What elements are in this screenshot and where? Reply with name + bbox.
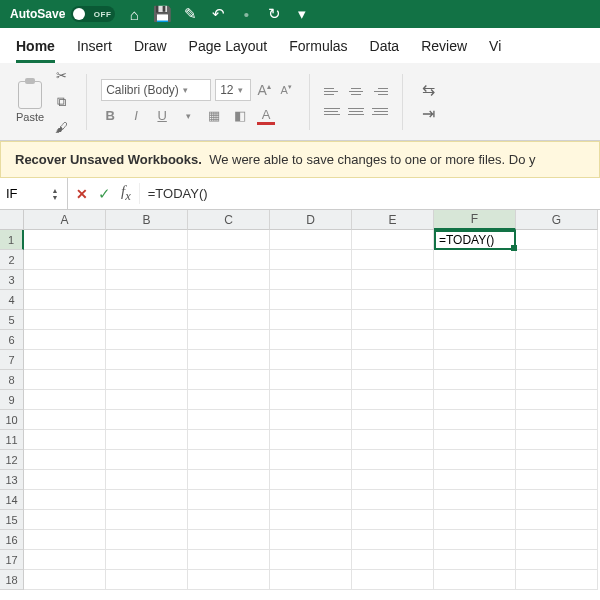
bold-button[interactable]: B (101, 108, 119, 123)
cell[interactable] (434, 430, 516, 450)
cell[interactable] (516, 510, 598, 530)
formula-input[interactable] (140, 186, 600, 201)
cell[interactable] (270, 450, 352, 470)
cell[interactable] (434, 270, 516, 290)
underline-button[interactable]: U (153, 108, 171, 123)
cell[interactable] (352, 550, 434, 570)
name-box[interactable]: ▲ ▼ (0, 178, 68, 210)
cell[interactable] (106, 330, 188, 350)
merge-icon[interactable]: ⇆ (417, 79, 439, 101)
cell[interactable] (516, 350, 598, 370)
cell[interactable] (270, 470, 352, 490)
home-icon[interactable]: ⌂ (125, 5, 143, 23)
cell[interactable] (24, 290, 106, 310)
cell[interactable] (188, 510, 270, 530)
cell[interactable] (24, 450, 106, 470)
save-icon[interactable]: 💾 (153, 5, 171, 23)
row-header[interactable]: 1 (0, 230, 24, 250)
edit-icon[interactable]: ✎ (181, 5, 199, 23)
cell[interactable] (352, 230, 434, 250)
tab-page-layout[interactable]: Page Layout (189, 38, 268, 63)
cell[interactable] (434, 470, 516, 490)
cell[interactable] (24, 470, 106, 490)
paste-button[interactable]: Paste (16, 81, 44, 123)
wrap-text-icon[interactable]: ⇥ (417, 103, 439, 125)
cell[interactable] (516, 530, 598, 550)
cell[interactable] (24, 250, 106, 270)
cell[interactable] (270, 510, 352, 530)
row-header[interactable]: 5 (0, 310, 24, 330)
cell[interactable] (352, 410, 434, 430)
cell[interactable] (188, 570, 270, 590)
cell[interactable] (24, 530, 106, 550)
tab-formulas[interactable]: Formulas (289, 38, 347, 63)
cell[interactable] (188, 550, 270, 570)
cell[interactable] (106, 530, 188, 550)
cell[interactable] (352, 530, 434, 550)
autosave-switch[interactable]: OFF (71, 6, 115, 22)
redo-icon[interactable]: ↻ (265, 5, 283, 23)
name-box-down-icon[interactable]: ▼ (48, 194, 62, 201)
cell[interactable] (516, 290, 598, 310)
cell[interactable] (434, 510, 516, 530)
cell[interactable] (106, 230, 188, 250)
row-header[interactable]: 13 (0, 470, 24, 490)
cell[interactable] (188, 390, 270, 410)
cell[interactable] (270, 410, 352, 430)
cell[interactable] (516, 330, 598, 350)
cell[interactable] (106, 570, 188, 590)
align-center-icon[interactable] (346, 103, 366, 121)
cell[interactable] (516, 450, 598, 470)
cell[interactable] (270, 350, 352, 370)
cell[interactable] (434, 330, 516, 350)
font-color-icon[interactable]: A (257, 107, 275, 125)
cell[interactable] (188, 430, 270, 450)
cell[interactable] (516, 470, 598, 490)
cell[interactable] (352, 310, 434, 330)
align-left-icon[interactable] (324, 103, 344, 121)
cell[interactable] (24, 230, 106, 250)
cell[interactable] (188, 230, 270, 250)
select-all-corner[interactable] (0, 210, 24, 230)
cell[interactable] (106, 390, 188, 410)
column-header[interactable]: D (270, 210, 352, 230)
cell[interactable] (352, 330, 434, 350)
format-painter-icon[interactable]: 🖌 (50, 117, 72, 139)
cell[interactable] (106, 430, 188, 450)
qat-customize-icon[interactable]: ▾ (293, 5, 311, 23)
cell[interactable] (516, 570, 598, 590)
cell[interactable] (270, 530, 352, 550)
cell[interactable] (270, 250, 352, 270)
cell[interactable] (352, 250, 434, 270)
tab-data[interactable]: Data (370, 38, 400, 63)
cell[interactable] (188, 410, 270, 430)
decrease-font-icon[interactable]: A▾ (277, 83, 295, 96)
cell[interactable] (106, 250, 188, 270)
cell[interactable] (188, 350, 270, 370)
cell[interactable] (106, 410, 188, 430)
cell[interactable] (24, 490, 106, 510)
cell[interactable] (516, 310, 598, 330)
cell[interactable] (24, 510, 106, 530)
cell[interactable] (352, 350, 434, 370)
name-box-input[interactable] (0, 186, 48, 201)
cell[interactable] (434, 350, 516, 370)
undo-icon[interactable]: ↶ (209, 5, 227, 23)
cell[interactable] (434, 370, 516, 390)
cell[interactable] (352, 390, 434, 410)
row-header[interactable]: 15 (0, 510, 24, 530)
column-header[interactable]: A (24, 210, 106, 230)
cell[interactable] (434, 570, 516, 590)
cell[interactable] (270, 370, 352, 390)
cell[interactable] (352, 510, 434, 530)
cell[interactable]: =TODAY() (434, 230, 516, 250)
cell[interactable] (516, 410, 598, 430)
tab-review[interactable]: Review (421, 38, 467, 63)
cell[interactable] (106, 350, 188, 370)
cell[interactable] (516, 390, 598, 410)
row-header[interactable]: 11 (0, 430, 24, 450)
cell[interactable] (188, 530, 270, 550)
cell[interactable] (188, 250, 270, 270)
borders-icon[interactable]: ▦ (205, 108, 223, 123)
row-header[interactable]: 18 (0, 570, 24, 590)
